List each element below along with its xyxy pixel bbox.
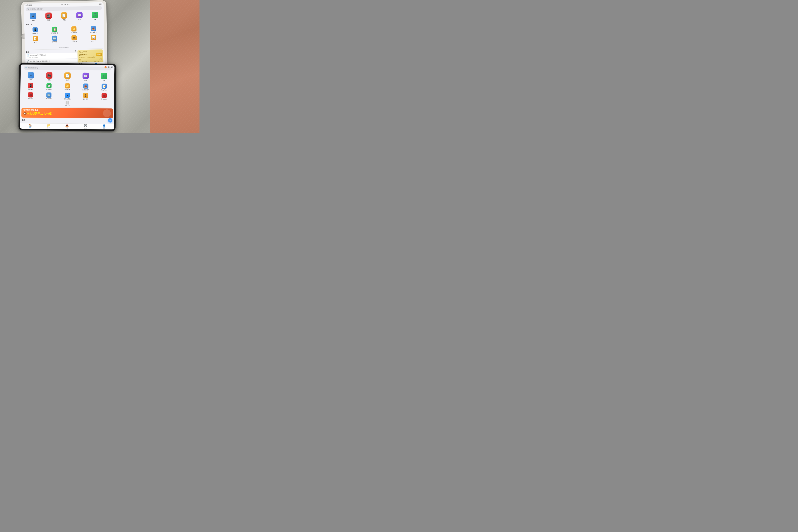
search-bar-bottom[interactable]: 🔍 相互输搜索他 bbox=[24, 66, 111, 71]
tool-phonebackup-bottom[interactable]: 📱 手机备份 bbox=[22, 82, 40, 91]
background-right bbox=[150, 0, 200, 133]
nav-me-bottom[interactable]: 👤 我的 bbox=[102, 124, 106, 129]
word-icon-bottom: 📝 bbox=[101, 84, 107, 89]
recent-label-bottom: 最近 bbox=[22, 118, 25, 121]
grid-cell-1 bbox=[66, 101, 67, 103]
all-tools-label-bottom: 全部工具 bbox=[65, 105, 70, 107]
nav-share-bottom[interactable]: 📤 共享 bbox=[65, 124, 69, 129]
app-icon-photo-bottom[interactable]: 🖼 相册 bbox=[26, 72, 36, 81]
v3-badge-top: V3 bbox=[79, 59, 81, 60]
fab-button-bottom[interactable]: + bbox=[108, 118, 112, 122]
tool-cloud-bottom[interactable]: ☁ 云朵大作品 bbox=[58, 92, 76, 101]
phonebackup-icon-bottom: 📱 bbox=[28, 83, 33, 88]
audio-icon-bottom: 🎵 bbox=[101, 73, 107, 79]
v4-badge-top: V4 bbox=[99, 58, 102, 60]
tool-wechat-bottom[interactable]: 💬 微信备份 bbox=[40, 82, 58, 91]
tool-clean-bottom[interactable]: 🗑 文件清理 bbox=[77, 92, 95, 101]
photo-icon-bottom: 🖼 bbox=[28, 72, 34, 78]
tool-word-bottom[interactable]: 📝 转为Word bbox=[95, 83, 113, 92]
wechat-icon-bottom: 💬 bbox=[46, 83, 52, 88]
novel-icon-top: 📖 bbox=[76, 12, 83, 18]
all-tools-item-bottom[interactable]: 全部工具 bbox=[65, 101, 70, 107]
app-icon-audio-bottom[interactable]: 🎵 音频 bbox=[99, 73, 109, 81]
file2-icon-top: 🎵 bbox=[27, 60, 29, 62]
search-icon-top: 🔍 bbox=[27, 8, 29, 10]
app-icon-audio-top[interactable]: 🎵 音频 bbox=[90, 12, 100, 21]
tool-ocr-top[interactable]: 🔤 文字识别 bbox=[45, 35, 64, 44]
nav-home-bottom[interactable]: 🏠 首页 bbox=[28, 124, 32, 129]
receive-label-bottom: 当面收文件 bbox=[82, 89, 89, 91]
novel-icon-bottom: 📖 bbox=[82, 73, 89, 79]
tools-row2-bottom: 🗂 分类找回 🔤 文字识别 ☁ 云朵大作品 🗑 文件清理 🖨 照片冲 bbox=[20, 91, 114, 101]
play-icon-bottom[interactable]: ▶ bbox=[23, 112, 26, 115]
grid-cell-4 bbox=[67, 103, 69, 105]
search-bar-top[interactable]: 🔍 搜索我的云盘文件 bbox=[25, 6, 102, 11]
tool-backup-top[interactable]: 📱 相册备份 bbox=[25, 26, 45, 35]
battery-top: 52% bbox=[99, 3, 102, 4]
app-icon-doc-bottom[interactable]: 📄 文档 bbox=[62, 73, 73, 81]
app-icon-doc-top[interactable]: 📄 文档 bbox=[59, 12, 69, 21]
expand-icon-bottom[interactable]: ⊡ bbox=[111, 66, 113, 68]
tool-clean-top[interactable]: 🗑 文件清理 bbox=[64, 35, 84, 43]
filecopy-label-top: 文件复制 bbox=[71, 32, 77, 34]
tool-receive-top[interactable]: 📥 当面收文件 bbox=[84, 25, 103, 34]
recent-file-1-top[interactable]: 📄 天涯 kk精编版_无水印.pdf 8月 22日 精编版 bbox=[26, 53, 77, 59]
main-icons-top: 🖼 相册 🎬 视频 📄 文档 📖 小说 bbox=[24, 11, 104, 23]
time-top: 上午11:13 bbox=[25, 4, 32, 6]
filecopy-icon-top: 📁 bbox=[71, 26, 76, 32]
wechat-label-bottom: 微信备份 bbox=[46, 89, 52, 91]
banner-ad-bottom[interactable]: 畅享视频 悦听音频 ▶ 0.6元/天享10大特权 bbox=[21, 108, 113, 118]
tool-print-bottom[interactable]: 🖨 照片冲印 bbox=[95, 92, 113, 101]
grid-cell-2 bbox=[67, 101, 69, 103]
app-icon-novel-bottom[interactable]: 📖 小说 bbox=[81, 73, 91, 81]
tools-row1-bottom: 📱 手机备份 💬 微信备份 📁 文件恢复 📥 当面收文件 📝 转为 bbox=[20, 82, 114, 92]
tool-classify-bottom[interactable]: 🗂 分类找回 bbox=[22, 92, 40, 100]
tool-receive-bottom[interactable]: 📥 当面收文件 bbox=[77, 83, 95, 92]
member-button-top[interactable]: 会员中心 bbox=[96, 53, 102, 56]
nav-me-icon-bottom: 👤 bbox=[102, 124, 106, 127]
cloud-label-bottom: 云朵大作品 bbox=[64, 98, 71, 100]
doc-icon-bottom: 📄 bbox=[64, 73, 71, 79]
member-level-top: 我的会员等级 bbox=[79, 51, 102, 53]
nav-trace-bottom[interactable]: 💬 印迹 bbox=[84, 124, 87, 129]
contacts-icon-top: 📋 bbox=[52, 27, 57, 32]
tool-note-top[interactable]: 📝 笔记 bbox=[26, 35, 45, 44]
member-name-top: 超级会员 V3 bbox=[79, 54, 88, 56]
tool-filerestore-bottom[interactable]: 📁 文件恢复 bbox=[58, 83, 76, 92]
nav-files-bottom[interactable]: 📁 文件 bbox=[47, 124, 50, 129]
app-icon-novel-top[interactable]: 📖 小说 bbox=[74, 12, 84, 21]
signal-icon-bottom: 1L bbox=[108, 66, 110, 68]
all-tools-container-bottom: 全部工具 bbox=[20, 100, 114, 107]
photo-icon-top: 🖼 bbox=[30, 13, 36, 19]
app-icon-video-top[interactable]: 🎬 视频 bbox=[43, 13, 54, 21]
ocr-icon-top: 🔤 bbox=[52, 36, 57, 41]
audio-icon-top: 🎵 bbox=[92, 12, 98, 18]
note-label-top: 笔记 bbox=[34, 41, 37, 43]
classify-label-bottom: 分类找回 bbox=[28, 98, 33, 99]
tool-filecopy-top[interactable]: 📁 文件复制 bbox=[64, 25, 83, 35]
ppt-icon-top: 📊 bbox=[91, 35, 96, 40]
search-container-bottom: 🔍 相互输搜索他 bbox=[21, 64, 114, 72]
clean-icon-top: 🗑 bbox=[72, 35, 77, 40]
bottom-screen-content: 🔍 相互输搜索他 🎁 1L ⊡ 🖼 相册 🎬 bbox=[20, 64, 115, 130]
file1-icon-top: 📄 bbox=[27, 54, 29, 57]
backup-icon-top: 📱 bbox=[33, 27, 38, 32]
audio-label-top: 音频 bbox=[94, 18, 96, 20]
nav-home-icon-bottom: 🏠 bbox=[28, 124, 32, 127]
tool-ocr-bottom[interactable]: 🔤 文字识别 bbox=[40, 92, 58, 100]
gift-icon-bottom[interactable]: 🎁 bbox=[104, 66, 107, 68]
word-label-bottom: 转为Word bbox=[101, 89, 107, 91]
ocr-label-top: 文字识别 bbox=[52, 41, 57, 43]
tool-ppt-top[interactable]: 📊 转为PPT bbox=[84, 34, 103, 43]
tool-contacts-top[interactable]: 📋 通讯录备份 bbox=[45, 26, 64, 35]
icons-row-top: 🖼 相册 🎬 视频 📄 文档 📖 小说 bbox=[25, 11, 103, 22]
nav-files-icon-bottom: 📁 bbox=[47, 124, 50, 127]
photo-label-top: 相册 bbox=[32, 20, 35, 22]
header-icons-bottom: 🎁 1L ⊡ bbox=[104, 66, 113, 68]
app-icon-photo-top[interactable]: 🖼 相册 bbox=[28, 13, 38, 22]
print-label-bottom: 照片冲印 bbox=[101, 98, 107, 100]
banner-subtitle-bottom: 0.6元/天享10大特权 bbox=[27, 112, 52, 116]
filerestore-label-bottom: 文件恢复 bbox=[64, 89, 70, 91]
app-icon-video-bottom[interactable]: 🎬 视频 bbox=[44, 72, 54, 81]
ocr-icon-bottom: 🔤 bbox=[46, 92, 52, 98]
